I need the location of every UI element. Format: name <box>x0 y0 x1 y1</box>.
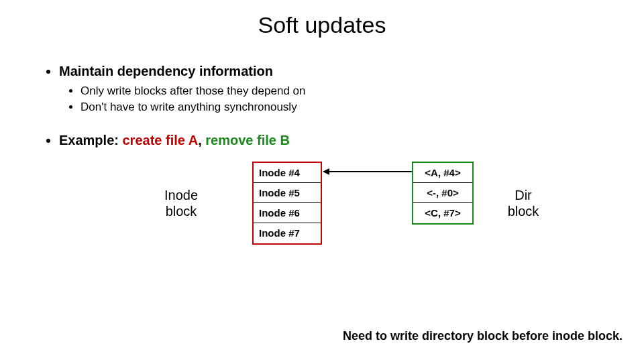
dir-cell-a: <A, #4> <box>413 163 472 183</box>
bullet-maintain: Maintain dependency information Only wri… <box>59 64 617 114</box>
example-create: create file A <box>122 133 198 147</box>
slide-content: Maintain dependency information Only wri… <box>0 38 644 296</box>
slide: Soft updates Maintain dependency informa… <box>0 0 644 362</box>
inode-block-label: Inode block <box>154 187 208 219</box>
sub-bullet-list: Only write blocks after those they depen… <box>59 84 617 114</box>
sub-bullet-dont-have: Don't have to write anything synchronous… <box>80 101 617 114</box>
dir-cell-blank: <-, #0> <box>413 183 472 203</box>
dependency-arrow <box>323 171 412 172</box>
dir-cell-c: <C, #7> <box>413 203 472 223</box>
example-remove: remove file B <box>205 133 290 147</box>
inode-cell-6: Inode #6 <box>254 203 321 223</box>
bullet-text: Maintain dependency information <box>59 64 273 78</box>
inode-cell-4: Inode #4 <box>254 163 321 183</box>
slide-title: Soft updates <box>0 0 644 38</box>
inode-cell-5: Inode #5 <box>254 183 321 203</box>
bullet-list: Maintain dependency information Only wri… <box>40 64 617 148</box>
footnote: Need to write directory block before ino… <box>343 329 623 343</box>
diagram: Inode block Inode #4 Inode #5 Inode #6 I… <box>40 162 617 296</box>
inode-block-group: Inode #4 Inode #5 Inode #6 Inode #7 <box>252 162 322 245</box>
inode-cell-7: Inode #7 <box>254 223 321 243</box>
example-sep: , <box>198 133 205 147</box>
dir-block-label: Dir block <box>503 187 543 219</box>
sub-bullet-only-write: Only write blocks after those they depen… <box>80 84 617 98</box>
example-prefix: Example: <box>59 133 122 147</box>
bullet-example: Example: create file A, remove file B <box>59 133 617 148</box>
dir-block-group: <A, #4> <-, #0> <C, #7> <box>412 162 474 225</box>
